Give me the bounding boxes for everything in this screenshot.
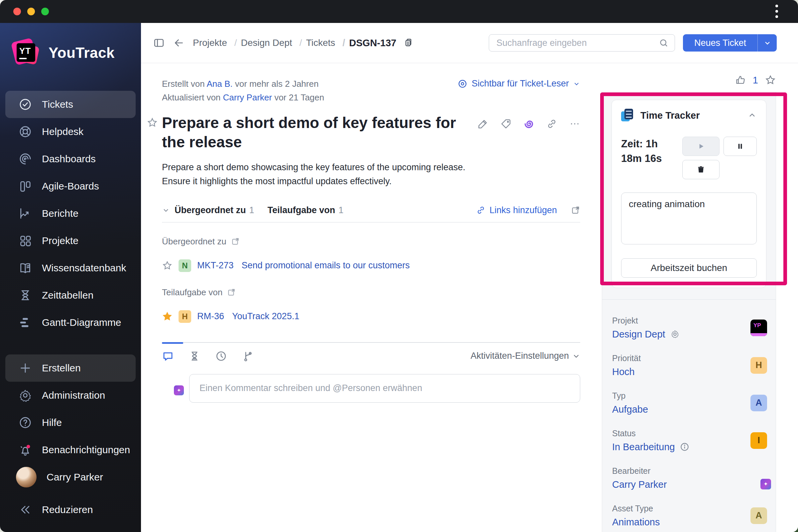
sidebar-item-label: Benachrichtigungen [42,444,130,456]
sidebar-item-profile[interactable]: Carry Parker [5,463,136,491]
comment-input[interactable] [189,374,580,403]
help-icon [19,416,32,429]
sidebar-item-zeittabellen[interactable]: Zeittabellen [5,282,136,309]
toggle-panel-icon[interactable] [153,37,165,49]
star-filled-icon[interactable] [162,311,173,322]
back-arrow-icon[interactable] [173,37,185,49]
search-icon[interactable] [659,38,669,48]
maximize-window-button[interactable] [41,8,49,15]
ai-assistant-icon[interactable] [524,118,534,129]
breadcrumb-tickets[interactable]: Tickets [296,38,335,48]
tag-icon[interactable] [500,118,511,129]
browser-menu-icon[interactable] [775,5,778,18]
field-value-status[interactable]: In Bearbeitung [612,441,675,453]
field-value-prioritaet[interactable]: Hoch [612,366,641,377]
sidebar-item-helpdesk[interactable]: Helpdesk [5,118,136,145]
assignee-avatar[interactable]: ✦ [750,470,767,487]
play-button[interactable] [682,137,720,156]
traffic-lights [13,8,49,15]
chevron-down-icon [763,39,772,47]
field-value-bearbeiter[interactable]: Carry Parker [612,479,667,490]
issue-summary-panel: Time Tracker Zeit: 1h 18m 16s [602,92,776,532]
external-link-icon[interactable] [231,237,240,246]
asset-type-badge[interactable]: A [750,507,767,524]
plus-icon [19,361,32,375]
attach-link-icon[interactable] [546,118,557,129]
visibility-selector[interactable]: Sichtbar für Ticket-Leser [457,78,580,89]
vcs-branch-tab-icon[interactable] [242,350,254,362]
sidebar-item-dashboards[interactable]: Dashboards [5,145,136,173]
project-avatar[interactable]: YP [750,320,767,336]
status-info-icon[interactable] [680,442,690,452]
history-hourglass-tab-icon[interactable] [189,350,201,362]
search-input[interactable] [496,38,655,48]
linked-issue-id[interactable]: MKT-273 [197,260,234,271]
new-ticket-button[interactable]: Neues Ticket [683,34,757,52]
sidebar-item-administration[interactable]: Administration [5,382,136,409]
more-actions-icon[interactable] [569,118,580,129]
priority-badge[interactable]: H [750,357,767,374]
sidebar-item-reduzieren[interactable]: Reduzieren [5,496,136,524]
issue-title: Prepare a short demo of key features for… [162,113,463,152]
breadcrumb-projekte[interactable]: Projekte [193,38,227,48]
sidebar-item-label: Hilfe [42,417,62,428]
linked-issue-summary[interactable]: Send promotional emails to our customers [242,260,410,271]
book-icon [19,261,32,274]
sidebar-item-gantt-diagramme[interactable]: Gantt-Diagramme [5,309,136,336]
edit-pencil-icon[interactable] [477,118,489,129]
collapse-links-icon[interactable] [162,206,170,214]
time-tab-icon[interactable] [215,350,227,362]
sidebar-item-berichte[interactable]: Berichte [5,200,136,227]
tab-teilaufgabe-von[interactable]: Teilaufgabe von [268,205,336,215]
updated-suffix: vor 21 Tagen [274,92,324,102]
updated-user-link[interactable]: Carry Parker [223,92,272,102]
field-projekt: Projekt Design Dept YP [612,309,767,346]
comments-tab-icon[interactable] [162,350,174,362]
minimize-window-button[interactable] [27,8,35,15]
collapse-widget-icon[interactable] [747,111,757,120]
thumbs-up-icon[interactable] [735,75,746,86]
created-user-link[interactable]: Ana B. [207,79,232,89]
breadcrumb-design-dept[interactable]: Design Dept [230,38,292,48]
activity-settings-button[interactable]: Aktivitäten-Einstellungen [471,351,580,361]
gantt-icon [19,316,32,329]
tab-uebergeordnet-zu[interactable]: Übergeordnet zu [174,205,246,215]
parent-group-label: Übergeordnet zu [162,236,580,247]
work-note-input[interactable]: creating animation [621,192,757,244]
sidebar-item-wissensdatenbank[interactable]: Wissensdatenbank [5,254,136,282]
field-value-projekt[interactable]: Design Dept [612,329,665,340]
sidebar-item-hilfe[interactable]: Hilfe [5,409,136,436]
app-badge-icon: ✦ [174,385,184,395]
app-logo[interactable]: YT YouTrack [0,34,141,72]
fields-panel: Projekt Design Dept YP [602,299,776,532]
sidebar-item-label: Tickets [42,99,73,110]
sidebar-item-agile-boards[interactable]: Agile-Boards [5,173,136,200]
logo-badge: YT [19,46,31,56]
sidebar-item-projekte[interactable]: Projekte [5,227,136,254]
status-badge[interactable]: I [750,432,767,449]
delete-time-button[interactable] [682,160,720,179]
copy-id-icon[interactable] [403,38,413,48]
open-links-window-icon[interactable] [571,206,580,215]
linked-issue-summary[interactable]: YouTrack 2025.1 [232,311,299,322]
star-issue-icon[interactable] [147,117,158,128]
pause-icon [736,142,744,151]
log-work-button[interactable]: Arbeitszeit buchen [621,258,757,278]
project-settings-gear-icon[interactable] [670,329,680,339]
pause-button[interactable] [723,137,757,156]
sidebar-item-erstellen[interactable]: Erstellen [5,355,136,382]
close-window-button[interactable] [13,8,21,15]
external-link-icon[interactable] [227,288,236,297]
star-outline-icon[interactable] [162,260,173,271]
sidebar-item-benachrichtigungen[interactable]: Benachrichtigungen [5,436,136,463]
star-watch-icon[interactable] [765,75,776,86]
field-value-typ[interactable]: Aufgabe [612,404,648,415]
add-links-button[interactable]: Links hinzufügen [476,205,557,215]
linked-issue-id[interactable]: RM-36 [197,311,224,322]
app-window: YT YouTrack Tickets Helpdesk Dashboards [0,0,798,532]
type-badge[interactable]: A [750,395,767,411]
field-value-asset-type[interactable]: Animations [612,517,660,528]
sidebar-item-tickets[interactable]: Tickets [5,91,136,118]
new-ticket-dropdown-button[interactable] [757,34,777,52]
tracked-time-line1: Zeit: 1h [621,137,662,151]
